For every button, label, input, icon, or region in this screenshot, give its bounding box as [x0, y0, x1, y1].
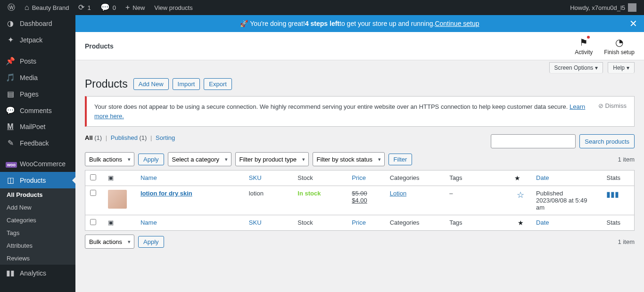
- flag-icon: ⚑: [579, 37, 588, 48]
- header-title: Products: [85, 42, 575, 50]
- screen-options-tab[interactable]: Screen Options▾: [549, 62, 603, 73]
- progress-icon: ◔: [615, 37, 623, 48]
- dashboard-icon: ◑: [6, 19, 15, 28]
- stats-link[interactable]: ▮▮▮: [606, 190, 619, 198]
- updates-link[interactable]: ⟳1: [74, 0, 94, 15]
- mailpoet-icon: M: [6, 122, 15, 131]
- search-input[interactable]: [491, 134, 576, 148]
- image-icon: ▣: [108, 219, 114, 226]
- woocommerce-icon: woo: [6, 160, 15, 168]
- comment-icon: 💬: [6, 106, 15, 115]
- table-row: lotion for dry skin lotion In stock $5.0…: [85, 186, 635, 215]
- dismiss-button[interactable]: ⊘Dismiss: [598, 102, 627, 109]
- sub-all-products[interactable]: All Products: [0, 188, 75, 201]
- page-title: Products: [85, 78, 128, 90]
- sidebar-item-analytics[interactable]: ▮▮Analytics: [0, 265, 75, 281]
- col-sku[interactable]: SKU: [249, 219, 262, 226]
- bulk-actions-select-bottom[interactable]: Bulk actions: [85, 235, 134, 249]
- stock-status-filter-select[interactable]: Filter by stock status: [313, 152, 385, 166]
- jetpack-icon: ✦: [6, 35, 15, 44]
- col-price[interactable]: Price: [352, 174, 366, 181]
- sidebar-item-dashboard[interactable]: ◑Dashboard: [0, 15, 75, 32]
- date-time: 2023/08/08 at 5:49 am: [536, 197, 587, 211]
- sidebar-item-jetpack[interactable]: ✦Jetpack: [0, 32, 75, 48]
- site-link[interactable]: ⌂Beauty Brand: [21, 0, 73, 15]
- header-bar: Products ⚑ Activity ◔ Finish setup: [75, 32, 644, 60]
- col-date[interactable]: Date: [536, 174, 549, 181]
- export-button[interactable]: Export: [204, 78, 232, 90]
- row-checkbox[interactable]: [90, 190, 96, 196]
- comment-icon: 💬: [100, 4, 110, 11]
- plus-icon: +: [125, 4, 130, 11]
- sub-attributes[interactable]: Attributes: [0, 239, 75, 252]
- howdy-link[interactable]: Howdy, x7omu0d_l5: [566, 0, 640, 15]
- star-icon: ★: [518, 219, 524, 227]
- finish-setup-button[interactable]: ◔ Finish setup: [604, 37, 635, 56]
- sidebar-item-comments[interactable]: 💬Comments: [0, 102, 75, 119]
- sidebar-item-woocommerce[interactable]: wooWooCommerce: [0, 156, 75, 172]
- import-button[interactable]: Import: [173, 78, 200, 90]
- product-category-link[interactable]: Lotion: [390, 190, 406, 197]
- sidebar-item-mailpoet[interactable]: MMailPoet: [0, 119, 75, 135]
- sidebar-item-media[interactable]: 🎵Media: [0, 69, 75, 86]
- product-type-filter-select[interactable]: Filter by product type: [235, 152, 309, 166]
- search-products-button[interactable]: Search products: [579, 134, 635, 148]
- featured-toggle[interactable]: ☆: [517, 190, 524, 200]
- sub-add-new[interactable]: Add New: [0, 201, 75, 214]
- price-new: $4.00: [352, 197, 367, 204]
- image-icon: ▣: [108, 174, 114, 181]
- bulk-actions-select[interactable]: Bulk actions: [85, 152, 134, 166]
- filter-sorting[interactable]: Sorting: [156, 134, 175, 141]
- sidebar-item-pages[interactable]: ▤Pages: [0, 86, 75, 102]
- comments-link[interactable]: 💬0: [97, 0, 120, 15]
- tablenav-bottom: Bulk actions Apply 1 item: [85, 235, 635, 249]
- sidebar-item-products[interactable]: ◫Products: [0, 172, 75, 188]
- avatar-icon: [628, 3, 636, 12]
- sidebar-item-feedback[interactable]: ✎Feedback: [0, 135, 75, 151]
- apply-bulk-button[interactable]: Apply: [138, 154, 164, 165]
- col-name[interactable]: Name: [140, 174, 157, 181]
- sidebar-item-posts[interactable]: 📌Posts: [0, 53, 75, 69]
- date-status: Published: [536, 190, 563, 197]
- sub-tags[interactable]: Tags: [0, 227, 75, 239]
- continue-setup-link[interactable]: Continue setup: [435, 20, 479, 27]
- update-icon: ⟳: [78, 4, 84, 11]
- product-name-link[interactable]: lotion for dry skin: [140, 190, 192, 197]
- pin-icon: 📌: [6, 57, 15, 65]
- col-name[interactable]: Name: [140, 219, 157, 226]
- col-categories: Categories: [390, 174, 420, 181]
- comments-count: 0: [113, 4, 116, 11]
- help-tab[interactable]: Help▾: [608, 62, 635, 73]
- filter-all[interactable]: All: [85, 134, 93, 141]
- product-thumbnail[interactable]: [108, 190, 127, 209]
- col-sku[interactable]: SKU: [249, 174, 262, 181]
- site-name: Beauty Brand: [32, 4, 69, 11]
- apply-bulk-button-bottom[interactable]: Apply: [138, 236, 164, 248]
- add-new-button[interactable]: Add New: [133, 78, 169, 90]
- category-filter-select[interactable]: Select a category: [168, 152, 231, 166]
- product-tags: –: [445, 186, 510, 215]
- banner-prefix: You're doing great!: [250, 20, 305, 27]
- wp-logo[interactable]: ⓦ: [4, 0, 19, 15]
- banner-close[interactable]: ✕: [629, 18, 637, 29]
- admin-bar: ⓦ ⌂Beauty Brand ⟳1 💬0 +New View products…: [0, 0, 644, 15]
- view-products-link[interactable]: View products: [150, 0, 196, 15]
- products-submenu: All Products Add New Categories Tags Att…: [0, 188, 75, 265]
- filter-published[interactable]: Published: [111, 134, 138, 141]
- page-icon: ▤: [6, 89, 15, 98]
- admin-sidebar: ◑Dashboard ✦Jetpack 📌Posts 🎵Media ▤Pages…: [0, 15, 75, 292]
- col-tags: Tags: [449, 174, 462, 181]
- col-date[interactable]: Date: [536, 219, 549, 226]
- home-icon: ⌂: [25, 4, 29, 11]
- sub-reviews[interactable]: Reviews: [0, 252, 75, 265]
- select-all-checkbox-bottom[interactable]: [90, 219, 96, 225]
- close-icon: ⊘: [598, 102, 603, 109]
- filter-button[interactable]: Filter: [388, 154, 413, 165]
- activity-button[interactable]: ⚑ Activity: [575, 37, 593, 56]
- media-icon: 🎵: [6, 73, 15, 82]
- sub-categories[interactable]: Categories: [0, 214, 75, 227]
- feedback-icon: ✎: [6, 138, 15, 147]
- select-all-checkbox[interactable]: [90, 174, 96, 180]
- col-price[interactable]: Price: [352, 219, 366, 226]
- new-link[interactable]: +New: [122, 0, 149, 15]
